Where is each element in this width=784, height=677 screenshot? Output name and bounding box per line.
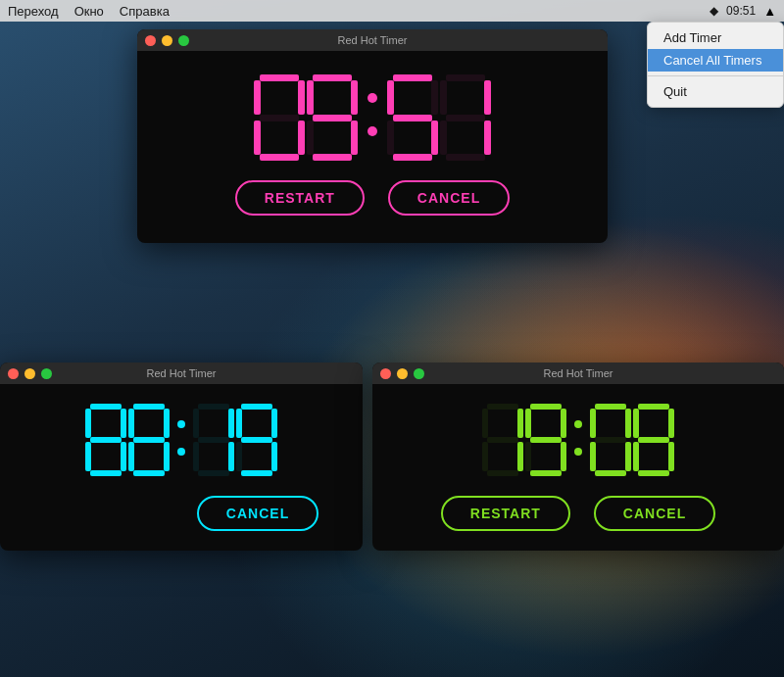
main-digit-group-2 bbox=[387, 74, 491, 161]
green-colon bbox=[574, 420, 582, 459]
green-timer-body: RESTART CANCEL bbox=[372, 384, 784, 551]
menu-item-okno[interactable]: Окно bbox=[74, 4, 104, 19]
wifi-icon: ▲ bbox=[763, 4, 776, 19]
green-digit-group-1 bbox=[482, 404, 566, 476]
menubar-time: 09:51 bbox=[726, 4, 756, 18]
cyan-timer-titlebar: Red Hot Timer bbox=[0, 363, 363, 384]
dropdown-item-add-timer[interactable]: Add Timer bbox=[648, 26, 783, 49]
green-digit-group-2 bbox=[590, 404, 674, 476]
green-digit-1 bbox=[482, 404, 523, 476]
colon-dot-bot bbox=[368, 126, 377, 136]
maximize-button[interactable] bbox=[178, 35, 189, 46]
main-timer-buttons: RESTART CANCEL bbox=[169, 180, 576, 216]
main-digit-group-1 bbox=[254, 74, 358, 161]
green-colon-bot bbox=[574, 448, 582, 456]
cyan-maximize-button[interactable] bbox=[41, 368, 52, 379]
dropdown-divider bbox=[648, 75, 783, 76]
main-timer-titlebar: Red Hot Timer bbox=[137, 29, 608, 51]
green-timer-titlebar: Red Hot Timer bbox=[372, 363, 784, 384]
green-restart-button[interactable]: RESTART bbox=[441, 496, 570, 531]
main-cancel-button[interactable]: CANCEL bbox=[388, 180, 510, 216]
main-colon bbox=[368, 93, 377, 142]
cyan-colon-bot bbox=[177, 448, 185, 456]
green-maximize-button[interactable] bbox=[414, 368, 424, 379]
green-minimize-button[interactable] bbox=[397, 368, 408, 379]
main-timer-window: Red Hot Timer bbox=[137, 29, 608, 243]
dropdown-item-cancel-all[interactable]: Cancel All Timers bbox=[648, 49, 783, 72]
green-cancel-button[interactable]: CANCEL bbox=[594, 496, 715, 531]
main-digit-2 bbox=[307, 74, 358, 161]
green-digit-4 bbox=[633, 404, 674, 476]
cyan-cancel-button[interactable]: CANCEL bbox=[197, 496, 318, 531]
menubar: Переход Окно Справка ◆ 09:51 ▲ bbox=[0, 0, 784, 22]
cyan-timer-body: RESTART CANCEL bbox=[0, 384, 363, 551]
main-timer-body: RESTART CANCEL bbox=[137, 51, 608, 243]
cyan-timer-window: Red Hot Timer bbox=[0, 363, 363, 551]
green-timer-window: Red Hot Timer bbox=[372, 363, 784, 551]
green-close-button[interactable] bbox=[380, 368, 391, 379]
green-colon-top bbox=[574, 420, 582, 428]
green-timer-display bbox=[482, 404, 674, 476]
green-digit-2 bbox=[525, 404, 566, 476]
green-digit-3 bbox=[590, 404, 631, 476]
cyan-colon bbox=[177, 420, 185, 459]
cyan-close-button[interactable] bbox=[8, 368, 19, 379]
cyan-digit-group-1 bbox=[85, 404, 170, 476]
main-timer-title: Red Hot Timer bbox=[338, 34, 408, 46]
main-digit-3 bbox=[387, 74, 438, 161]
green-timer-title: Red Hot Timer bbox=[544, 367, 613, 379]
cyan-digit-2 bbox=[128, 404, 170, 476]
close-button[interactable] bbox=[145, 35, 156, 46]
colon-dot-top bbox=[368, 93, 377, 103]
menu-item-spravka[interactable]: Справка bbox=[120, 4, 170, 19]
menu-item-perekhod[interactable]: Переход bbox=[8, 4, 59, 19]
main-digit-4 bbox=[440, 74, 491, 161]
green-timer-buttons: RESTART CANCEL bbox=[392, 496, 764, 531]
menubar-left: Переход Окно Справка bbox=[8, 4, 710, 19]
cyan-timer-buttons: RESTART CANCEL bbox=[20, 496, 343, 531]
main-restart-button[interactable]: RESTART bbox=[235, 180, 365, 216]
cyan-timer-display bbox=[85, 404, 277, 476]
main-timer-display bbox=[254, 74, 491, 161]
dropdown-item-quit[interactable]: Quit bbox=[648, 80, 783, 103]
cyan-digit-1 bbox=[85, 404, 126, 476]
cyan-digit-4 bbox=[236, 404, 277, 476]
cyan-minimize-button[interactable] bbox=[24, 368, 35, 379]
cyan-digit-group-2 bbox=[193, 404, 277, 476]
minimize-button[interactable] bbox=[162, 35, 172, 46]
dropbox-icon: ◆ bbox=[710, 4, 718, 18]
cyan-digit-3 bbox=[193, 404, 234, 476]
dropdown-menu: Add Timer Cancel All Timers Quit bbox=[647, 22, 784, 108]
cyan-colon-top bbox=[177, 420, 185, 428]
main-digit-1 bbox=[254, 74, 305, 161]
menubar-right: ◆ 09:51 ▲ bbox=[710, 4, 776, 19]
cyan-timer-title: Red Hot Timer bbox=[147, 367, 217, 379]
